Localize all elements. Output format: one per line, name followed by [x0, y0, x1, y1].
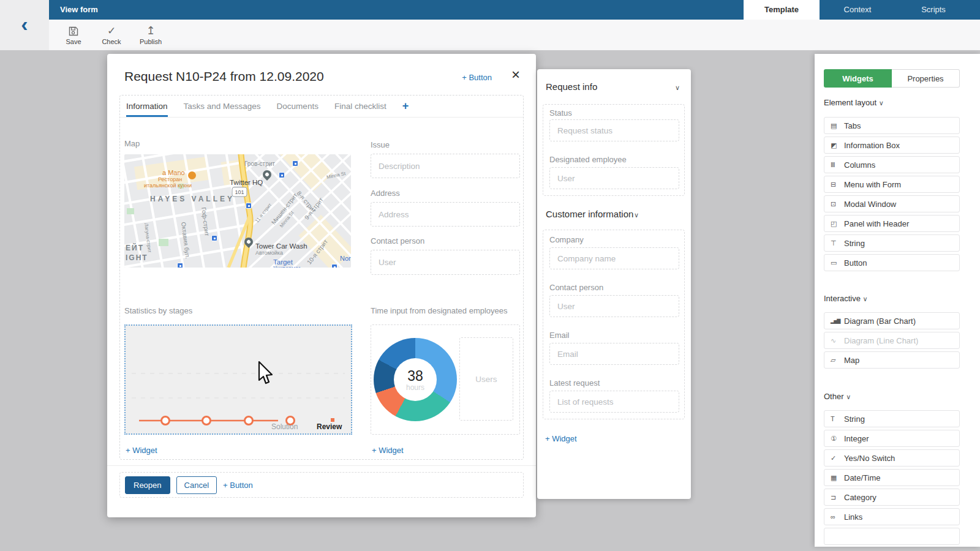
widget-item-links[interactable]: ∞Links	[824, 508, 960, 525]
add-tab-icon[interactable]: +	[402, 96, 409, 117]
status-placeholder: Request status	[557, 126, 612, 135]
transit-icon	[279, 172, 285, 178]
designated-employee-label: Designated employee	[549, 155, 627, 164]
tab-information[interactable]: Information	[126, 96, 168, 117]
tab-properties[interactable]: Properties	[892, 69, 960, 88]
form-modal: Request N10-P24 from 12.09.2020 + Button…	[107, 54, 536, 517]
transit-icon	[292, 160, 298, 167]
tab-widgets[interactable]: Widgets	[824, 69, 892, 88]
section-element-layout[interactable]: Element layout ∨	[824, 98, 884, 107]
contact-person-field[interactable]: User	[549, 295, 679, 317]
add-widget-link-panel[interactable]: + Widget	[545, 434, 577, 443]
email-placeholder: Email	[557, 350, 578, 359]
stage-chart-widget[interactable]: Solution Review	[124, 324, 352, 435]
restaurant-poi-icon	[188, 171, 196, 179]
time-chart-label: Time input from designated employees	[371, 306, 508, 315]
widget-item-diagram-bar-chart[interactable]: ▂▅▇Diagram (Bar Chart)	[824, 312, 960, 329]
back-icon[interactable]: ‹	[21, 13, 28, 34]
stage-label-review: Review	[317, 422, 342, 431]
address-label: Address	[371, 189, 400, 198]
widget-item-string-layout[interactable]: ⊤String	[824, 234, 960, 252]
widget-item-columns[interactable]: ⅢColumns	[824, 156, 960, 173]
tab-context[interactable]: Context	[820, 0, 895, 20]
other-list: TString ①Integer ✓Yes/No Switch ▦Date/Ti…	[824, 410, 960, 545]
tab-tasks-and-messages[interactable]: Tasks and Messages	[184, 96, 261, 117]
cursor-icon	[257, 361, 273, 384]
stats-label: Statistics by stages	[124, 306, 192, 315]
titlebar: View form Template Context Scripts	[49, 0, 980, 20]
designated-employee-field[interactable]: User	[549, 167, 679, 189]
widget-item-menu-with-form[interactable]: ⊟Menu with Form	[824, 176, 960, 193]
add-header-button[interactable]: + Button	[462, 73, 492, 82]
widget-item-yes-no-switch[interactable]: ✓Yes/No Switch	[824, 449, 960, 467]
map-widget[interactable]: 101 HAYES VALLEY Twitter HQ a Mano Ресто…	[124, 154, 351, 268]
widget-item-modal-window[interactable]: ⊡Modal Window	[824, 195, 960, 212]
add-footer-button[interactable]: + Button	[223, 481, 253, 490]
widget-item-information-box[interactable]: ◩Information Box	[824, 137, 960, 154]
page-title: View form	[60, 0, 98, 20]
section-interactive[interactable]: Interactive ∨	[824, 294, 868, 303]
chevron-down-icon: ∨	[846, 393, 851, 400]
hwy-101-label: 101	[235, 189, 244, 195]
add-widget-link-right[interactable]: + Widget	[372, 446, 404, 455]
back-corner: ‹	[0, 0, 49, 50]
transit-icon	[246, 203, 252, 209]
widget-item-map[interactable]: ▱Map	[824, 351, 960, 369]
email-label: Email	[549, 331, 570, 340]
contact-person-placeholder: User	[557, 302, 575, 311]
email-field[interactable]: Email	[549, 343, 679, 365]
folder-icon: ⊐	[831, 493, 844, 501]
reopen-button[interactable]: Reopen	[125, 476, 170, 494]
latest-request-label: Latest request	[549, 378, 600, 388]
contact-person-field[interactable]: User	[371, 250, 520, 275]
latest-request-field[interactable]: List of requests	[549, 391, 679, 413]
map-icon: ▱	[831, 356, 844, 364]
widget-item-button[interactable]: ▭Button	[824, 254, 960, 271]
chevron-down-icon[interactable]: ∨	[634, 211, 639, 219]
address-placeholder: Address	[379, 210, 409, 219]
time-chart-widget[interactable]: 38 hours Users	[371, 324, 520, 435]
widget-item-date-time[interactable]: ▦Date/Time	[824, 469, 960, 486]
widget-item-string-other[interactable]: TString	[824, 410, 960, 427]
save-button[interactable]: Save	[58, 23, 89, 45]
save-icon	[58, 23, 89, 36]
contact-person-label: Contact person	[549, 283, 603, 292]
top-tabs: Template Context Scripts	[744, 0, 971, 20]
button-icon: ▭	[831, 259, 844, 267]
check-button[interactable]: ✓ Check	[96, 23, 127, 45]
chevron-down-icon[interactable]: ∨	[675, 84, 680, 92]
calendar-icon: ▦	[831, 474, 844, 482]
address-field[interactable]: Address	[371, 202, 520, 227]
cancel-button[interactable]: Cancel	[176, 476, 217, 494]
workspace: ‹ View form Template Context Scripts Sav…	[0, 0, 980, 551]
issue-placeholder: Description	[379, 162, 420, 171]
widget-item-category[interactable]: ⊐Category	[824, 489, 960, 506]
section-other[interactable]: Other ∨	[824, 392, 851, 401]
request-info-title: Request info	[546, 81, 597, 92]
widget-item-integer[interactable]: ①Integer	[824, 430, 960, 447]
sidebar-tabs: Widgets Properties	[824, 69, 960, 88]
latest-request-placeholder: List of requests	[557, 397, 614, 407]
publish-button[interactable]: ↥ Publish	[135, 23, 167, 45]
status-field[interactable]: Request status	[549, 119, 679, 141]
issue-field[interactable]: Description	[371, 154, 520, 178]
close-icon[interactable]: ×	[511, 67, 520, 82]
widget-item-tabs[interactable]: ▤Tabs	[824, 117, 960, 134]
tab-documents[interactable]: Documents	[277, 96, 318, 117]
company-field[interactable]: Company name	[549, 247, 679, 269]
form-title: Request N10-P24 from 12.09.2020	[124, 69, 324, 84]
tab-template[interactable]: Template	[744, 0, 820, 20]
tab-scripts[interactable]: Scripts	[895, 0, 971, 20]
users-placeholder-box[interactable]: Users	[459, 337, 513, 421]
widget-item-diagram-line-chart[interactable]: ∿Diagram (Line Chart)	[824, 332, 960, 349]
modal-window-icon: ⊡	[831, 200, 844, 208]
add-widget-link-left[interactable]: + Widget	[126, 446, 157, 455]
widget-item-panel-with-header[interactable]: ◰Panel with Header	[824, 215, 960, 232]
menu-form-icon: ⊟	[831, 181, 844, 189]
form-tabs: Information Tasks and Messages Documents…	[120, 96, 523, 118]
tab-final-checklist[interactable]: Final checklist	[334, 96, 386, 117]
panel-header-icon: ◰	[831, 220, 844, 228]
transit-icon	[331, 264, 337, 268]
issue-label: Issue	[371, 140, 390, 149]
text-icon: T	[831, 415, 844, 422]
